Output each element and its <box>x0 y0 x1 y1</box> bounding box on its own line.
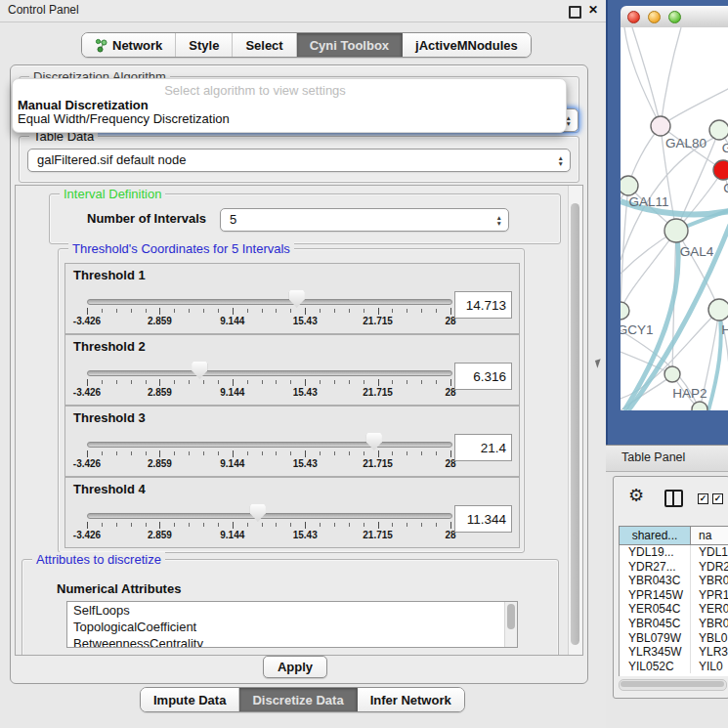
table-row[interactable]: YBR043CYBR0 <box>620 574 728 588</box>
table-data-group: Table Data galFiltered.sif default node … <box>19 136 579 183</box>
threshold-value-field[interactable]: 6.316 <box>454 363 512 390</box>
cell-name[interactable]: YER0 <box>691 602 728 617</box>
settings-scrollbar[interactable] <box>568 186 582 655</box>
scrollbar-thumb[interactable] <box>507 604 515 629</box>
float-panel-icon[interactable] <box>569 6 581 19</box>
number-of-intervals-combobox[interactable]: 5 ▲▼ <box>220 208 509 232</box>
tick-mark <box>364 380 364 384</box>
cell-shared-name[interactable]: YDL19... <box>620 545 691 560</box>
cell-name[interactable]: YPR1 <box>691 588 728 603</box>
tab-discretize-data[interactable]: Discretize Data <box>239 688 357 711</box>
network-node-node-red[interactable] <box>713 160 728 180</box>
tab-select[interactable]: Select <box>233 33 296 57</box>
apply-button[interactable]: Apply <box>263 656 327 678</box>
cell-name[interactable]: YDR2 <box>691 560 728 575</box>
cell-name[interactable]: YBR0 <box>691 574 728 588</box>
network-node-node-bottom[interactable] <box>692 402 707 410</box>
network-node-gcy1[interactable] <box>621 302 629 320</box>
slider-thumb[interactable] <box>192 362 207 379</box>
cell-shared-name[interactable]: YER054C <box>620 602 691 617</box>
tab-infer-network[interactable]: Infer Network <box>358 688 464 711</box>
tick-mark <box>392 451 393 455</box>
network-node-hap2[interactable] <box>664 366 680 382</box>
cell-shared-name[interactable]: YIL052C <box>620 660 691 674</box>
tab-jactivemnodules[interactable]: jActiveMNodules <box>403 33 531 57</box>
attribute-list-scrollbar[interactable] <box>504 602 517 647</box>
cell-shared-name[interactable]: YBL079W <box>620 631 691 646</box>
slider-track[interactable] <box>87 299 452 305</box>
checkbox-icon[interactable]: ✓ <box>712 493 723 504</box>
table-hscrollbar[interactable] <box>619 679 727 691</box>
attribute-item-selfloops[interactable]: SelfLoops <box>67 602 517 619</box>
network-node-gal4[interactable] <box>664 219 688 242</box>
table-row[interactable]: YER054CYER0 <box>620 602 728 617</box>
attribute-item-topologicalcoefficient[interactable]: TopologicalCoefficient <box>67 619 517 635</box>
tick-mark <box>276 523 277 527</box>
cell-shared-name[interactable]: YBR043C <box>620 574 691 588</box>
table-row[interactable]: YBL079WYBL0 <box>620 631 728 646</box>
tick-mark <box>305 522 306 529</box>
tab-style[interactable]: Style <box>176 33 233 57</box>
stepper-icon[interactable]: ▲▼ <box>496 215 502 226</box>
slider-thumb[interactable] <box>366 433 382 450</box>
column-header-name[interactable]: na <box>691 526 728 545</box>
column-header-shared-name[interactable]: shared... <box>619 526 691 545</box>
cell-name[interactable]: YBR0 <box>691 617 728 631</box>
threshold-value-field[interactable]: 14.713 <box>454 291 512 319</box>
tick-mark <box>233 450 234 457</box>
network-node-gal80[interactable] <box>651 116 670 136</box>
table-row[interactable]: YIL052CYIL0 <box>620 660 728 674</box>
network-node-node-h[interactable] <box>708 299 728 321</box>
gear-icon[interactable]: ⚙ <box>628 487 644 504</box>
threshold-value-field[interactable]: 11.344 <box>454 505 512 533</box>
slider-track[interactable] <box>87 370 452 376</box>
slider-thumb[interactable] <box>289 290 305 308</box>
table-data-combobox[interactable]: galFiltered.sif default node ▲▼ <box>27 149 571 172</box>
tick-mark <box>87 308 88 315</box>
threshold-label: Threshold 3 <box>73 410 146 425</box>
tick-mark <box>421 309 422 313</box>
attribute-item-betweennesscentrality[interactable]: BetweennessCentrality <box>67 635 517 648</box>
tab-cyni-toolbox[interactable]: Cyni Toolbox <box>297 33 403 57</box>
popup-item-equal-width-frequency-discretization[interactable]: Equal Width/Frequency Discretization <box>16 112 563 126</box>
cell-shared-name[interactable]: YDR27... <box>620 560 691 575</box>
cell-name[interactable]: YIL0 <box>691 660 728 674</box>
tick-label: 15.43 <box>276 387 334 398</box>
scrollbar-thumb[interactable] <box>621 681 724 687</box>
zoom-traffic-light-icon[interactable] <box>668 11 681 23</box>
cell-shared-name[interactable]: YPR145W <box>620 588 691 603</box>
checkbox-icon[interactable]: ✓ <box>698 493 708 504</box>
cell-name[interactable]: YLR3 <box>691 645 728 660</box>
table-row[interactable]: YBR045CYBR0 <box>620 617 728 631</box>
cell-name[interactable]: YDL1 <box>691 545 728 560</box>
network-node-node-top-right[interactable] <box>709 120 728 140</box>
minimize-traffic-light-icon[interactable] <box>648 11 661 23</box>
close-traffic-light-icon[interactable] <box>627 11 640 23</box>
columns-icon[interactable] <box>664 490 683 507</box>
network-canvas[interactable]: GAL80GCGAL11GAL4GCY1HHAP2 <box>621 27 728 410</box>
cell-name[interactable]: YBL0 <box>691 631 728 646</box>
tab-label: jActiveMNodules <box>415 38 518 53</box>
table-row[interactable]: YDR27...YDR2 <box>620 560 728 575</box>
table-row[interactable]: YLR345WYLR3 <box>620 645 728 660</box>
scrollbar-thumb[interactable] <box>571 203 579 645</box>
slider-track[interactable] <box>87 442 452 448</box>
network-node-gal11[interactable] <box>621 176 638 195</box>
tab-network[interactable]: Network <box>82 33 176 57</box>
network-window-titlebar[interactable] <box>621 6 728 28</box>
cell-shared-name[interactable]: YBR045C <box>620 617 691 631</box>
tick-mark <box>218 380 219 384</box>
tick-mark <box>247 523 248 527</box>
slider-thumb[interactable] <box>250 504 266 522</box>
tab-impute-data[interactable]: Impute Data <box>141 688 239 711</box>
slider-track[interactable] <box>87 513 452 519</box>
table-row[interactable]: YPR145WYPR1 <box>620 588 728 603</box>
close-panel-icon[interactable]: ✕ <box>588 3 598 17</box>
cell-shared-name[interactable]: YLR345W <box>620 645 691 660</box>
tab-label: Discretize Data <box>252 693 343 707</box>
table-row[interactable]: YDL19...YDL1 <box>620 545 728 560</box>
threshold-value-field[interactable]: 21.4 <box>454 434 512 461</box>
stepper-icon[interactable]: ▲▼ <box>558 155 564 166</box>
tick-mark <box>233 379 234 386</box>
popup-item-manual-discretization[interactable]: Manual Discretization <box>16 99 563 112</box>
